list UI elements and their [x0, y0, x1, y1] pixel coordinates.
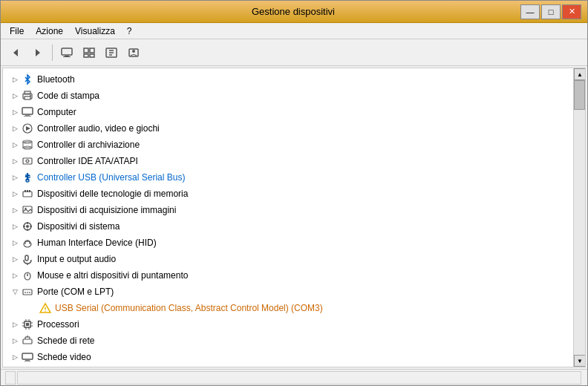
expand-icon-immagini[interactable]: ▷	[9, 204, 21, 216]
svg-rect-7	[84, 54, 88, 57]
scroll-down-button[interactable]: ▼	[574, 355, 586, 367]
properties-button[interactable]	[123, 42, 144, 63]
svg-rect-31	[28, 176, 30, 178]
tree-item-schdvideo[interactable]: ▷Schede video	[3, 349, 573, 365]
device-icon-codistampa	[21, 89, 34, 102]
device-icon-usbserial	[39, 301, 52, 315]
expand-icon-inputaudio[interactable]: ▷	[9, 253, 21, 265]
expand-icon-ideata[interactable]: ▷	[9, 155, 21, 167]
tree-item-porte[interactable]: ▽Porte (COM e LPT)	[3, 284, 573, 300]
device-icon-computer	[21, 105, 34, 119]
tree-item-immagini[interactable]: ▷Dispositivi di acquisizione immagini	[3, 202, 573, 218]
device-icon-schdvideo	[21, 350, 34, 364]
tree-item-schermi[interactable]: ▷Schermi	[3, 365, 573, 367]
device-icon-schdrete	[21, 334, 34, 347]
tree-item-archiviazione[interactable]: ▷Controller di archiviazione	[3, 137, 573, 153]
expand-icon-schdrete[interactable]: ▷	[9, 335, 21, 347]
device-label-bluetooth: Bluetooth	[37, 74, 75, 85]
device-icon-usb	[21, 171, 34, 184]
expand-icon-processori[interactable]: ▷	[9, 318, 21, 330]
minimize-button[interactable]: —	[520, 4, 540, 19]
expand-icon-codistampa[interactable]: ▷	[9, 90, 21, 102]
device-label-sistema: Dispositivi di sistema	[37, 221, 120, 232]
svg-rect-4	[63, 56, 71, 57]
scrollbar-track[interactable]	[574, 80, 585, 355]
expand-icon-schdvideo[interactable]: ▷	[9, 351, 21, 363]
device-label-memoria: Dispositivi delle tecnologie di memoria	[37, 189, 188, 199]
svg-point-18	[30, 95, 31, 96]
status-text	[5, 371, 16, 385]
svg-rect-17	[24, 96, 30, 99]
expand-icon-usbserial[interactable]	[27, 302, 39, 314]
device-icon-archiviazione	[21, 138, 34, 151]
expand-icon-sistema[interactable]: ▷	[9, 220, 21, 232]
tree-item-mouse[interactable]: ▷Mouse e altri dispositivi di puntamento	[3, 267, 573, 284]
menu-visualizza[interactable]: Visualizza	[69, 24, 121, 38]
scrollbar-thumb[interactable]	[574, 80, 585, 110]
main-content: ▷Bluetooth▷Code di stampa▷Computer▷Contr…	[2, 68, 586, 367]
svg-rect-35	[27, 190, 28, 192]
device-label-processori: Processori	[37, 319, 79, 330]
svg-rect-60	[26, 323, 29, 326]
expand-icon-porte[interactable]: ▽	[9, 286, 21, 298]
forward-button[interactable]	[27, 42, 48, 63]
svg-rect-21	[24, 116, 31, 117]
back-button[interactable]	[5, 42, 26, 63]
tree-item-codistampa[interactable]: ▷Code di stampa	[3, 88, 573, 104]
device-label-hid: Human Interface Device (HID)	[37, 238, 157, 248]
tree-item-inputaudio[interactable]: ▷Input e output audio	[3, 251, 573, 267]
tree-item-hid[interactable]: ▷Human Interface Device (HID)	[3, 235, 573, 251]
maximize-button[interactable]: □	[541, 4, 561, 19]
expand-icon-bluetooth[interactable]: ▷	[9, 73, 21, 85]
device-label-schdvideo: Schede video	[37, 352, 91, 362]
svg-point-58	[45, 310, 46, 312]
expand-icon-audiovideogiochi[interactable]: ▷	[9, 122, 21, 134]
device-label-codistampa: Code di stampa	[37, 91, 99, 101]
device-icon-mouse	[21, 269, 34, 282]
scrollbar[interactable]: ▲ ▼	[573, 68, 585, 367]
svg-marker-23	[26, 126, 30, 131]
device-label-porte: Porte (COM e LPT)	[37, 287, 114, 297]
svg-rect-34	[24, 190, 26, 192]
tree-item-bluetooth[interactable]: ▷Bluetooth	[3, 71, 573, 88]
tree-item-processori[interactable]: ▷Processori	[3, 316, 573, 333]
computer-button[interactable]	[56, 42, 77, 63]
tree-item-usbserial[interactable]: USB Serial (Communication Class, Abstrac…	[3, 300, 573, 316]
device-label-mouse: Mouse e altri dispositivi di puntamento	[37, 270, 188, 281]
menu-file[interactable]: File	[4, 24, 30, 38]
device-label-ideata: Controller IDE ATA/ATAPI	[37, 156, 138, 166]
expand-icon-archiviazione[interactable]: ▷	[9, 139, 21, 151]
toolbar-separator-1	[52, 45, 53, 61]
device-icon-bluetooth	[21, 73, 34, 86]
expand-icon-memoria[interactable]: ▷	[9, 188, 21, 200]
device-tree[interactable]: ▷Bluetooth▷Code di stampa▷Computer▷Contr…	[3, 68, 573, 367]
device-label-audiovideogiochi: Controller audio, video e giochi	[37, 123, 160, 134]
svg-rect-36	[29, 190, 30, 192]
tree-item-schdrete[interactable]: ▷Schede di rete	[3, 333, 573, 349]
tree-item-audiovideogiochi[interactable]: ▷Controller audio, video e giochi	[3, 120, 573, 137]
device-label-inputaudio: Input e output audio	[37, 254, 116, 264]
tree-item-computer[interactable]: ▷Computer	[3, 104, 573, 120]
expand-icon-usb[interactable]: ▷	[9, 171, 21, 183]
view-button[interactable]	[79, 42, 99, 63]
toolbar	[1, 39, 587, 66]
device-icon-immagini	[21, 203, 34, 217]
tree-item-ideata[interactable]: ▷Controller IDE ATA/ATAPI	[3, 153, 573, 169]
tree-item-usb[interactable]: ▷Controller USB (Universal Serial Bus)	[3, 169, 573, 186]
close-button[interactable]: ✕	[562, 4, 581, 19]
svg-rect-16	[24, 91, 30, 94]
scroll-up-button[interactable]: ▲	[574, 68, 586, 80]
device-icon-hid	[21, 236, 34, 249]
svg-rect-8	[90, 54, 94, 57]
expand-button[interactable]	[101, 42, 122, 63]
device-icon-inputaudio	[21, 252, 34, 266]
menu-azione[interactable]: Azione	[30, 24, 69, 38]
expand-icon-mouse[interactable]: ▷	[9, 269, 21, 281]
menu-help[interactable]: ?	[121, 24, 138, 38]
tree-item-memoria[interactable]: ▷Dispositivi delle tecnologie di memoria	[3, 186, 573, 202]
device-label-usbserial: USB Serial (Communication Class, Abstrac…	[55, 303, 323, 313]
expand-icon-hid[interactable]: ▷	[9, 237, 21, 249]
tree-item-sistema[interactable]: ▷Dispositivi di sistema	[3, 218, 573, 235]
expand-icon-computer[interactable]: ▷	[9, 106, 21, 118]
svg-rect-6	[90, 48, 94, 53]
